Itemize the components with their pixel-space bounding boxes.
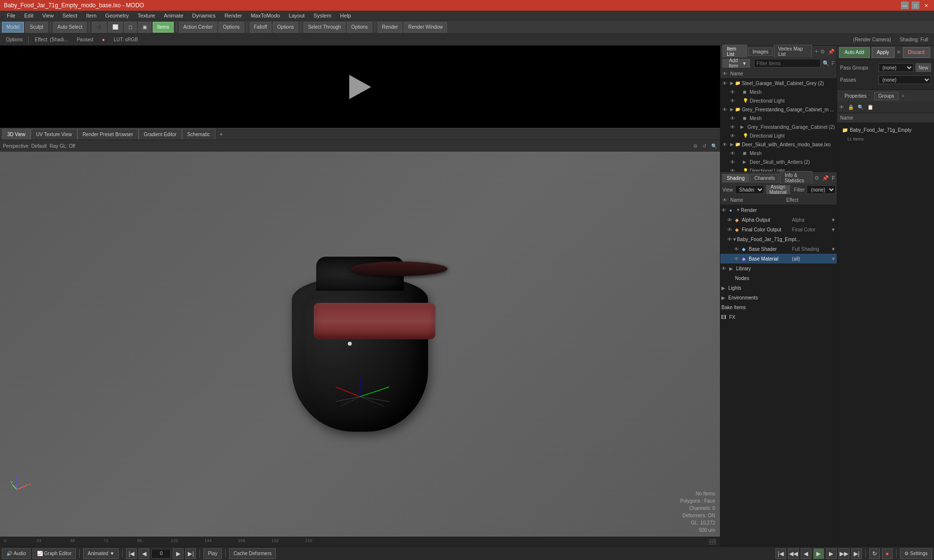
groups-content[interactable]: 📁 Baby_Food_Jar_71g_Empty 11 Items (837, 123, 934, 546)
sculpt-button[interactable]: Sculpt (25, 22, 48, 33)
eye-icon[interactable]: 👁 (734, 256, 742, 262)
menu-file[interactable]: File (3, 12, 19, 19)
shader-row[interactable]: 🎞 FX (720, 312, 837, 322)
play-btn-label[interactable]: Play (203, 548, 221, 559)
list-item[interactable]: 👁 ▶ 📁 Grey_Freestanding_Garage_Cabinet_m… (720, 105, 837, 114)
menu-edit[interactable]: Edit (20, 12, 37, 19)
filter-items-input[interactable] (754, 59, 821, 68)
shader-row[interactable]: 👁 ◆ Alpha Output Alpha ▼ (720, 215, 837, 225)
eye-icon[interactable]: 👁 (727, 237, 732, 242)
lut-display[interactable]: LUT: sRGB (111, 36, 141, 43)
menu-view[interactable]: View (38, 12, 58, 19)
effect-display[interactable]: Effect: (Shadi... (32, 36, 71, 43)
panel-pin-icon[interactable]: 📌 (828, 49, 835, 55)
effect-dropdown[interactable]: ▼ (831, 246, 836, 252)
options2-button[interactable]: Options (273, 22, 298, 33)
items-button[interactable]: Items (153, 22, 173, 33)
shader-row[interactable]: 👁 ◆ Final Color Output Final Color ▼ (720, 225, 837, 234)
transport-play[interactable]: ▶ (813, 548, 824, 559)
tab-channels[interactable]: Channels (750, 174, 779, 182)
menu-texture[interactable]: Texture (134, 12, 159, 19)
groups-icon-3[interactable]: 🔍 (858, 105, 863, 110)
shader-row-selected[interactable]: 👁 ◆ Base Material (all) ▼ (720, 254, 837, 263)
record-button[interactable]: ● (882, 548, 893, 559)
viewport-zoom-icon[interactable]: 🔍 (711, 143, 717, 149)
paused-indicator[interactable]: Paused (74, 36, 96, 43)
tab-3d-view[interactable]: 3D View (2, 129, 31, 140)
shader-tree-select[interactable]: Shader Tree (735, 185, 764, 194)
mode-icon-1[interactable]: ⬛ (92, 22, 107, 33)
list-item[interactable]: 👁 ◼ Mesh (720, 149, 837, 158)
auto-add-button[interactable]: Auto Add (839, 47, 870, 58)
apply-button[interactable]: Apply (872, 47, 895, 58)
options1-button[interactable]: Options (218, 22, 244, 33)
eye-icon[interactable]: 👁 (730, 116, 738, 121)
add-item-button[interactable]: Add Item ▼ (722, 59, 750, 68)
shading-f-icon[interactable]: F (832, 175, 835, 181)
mode-icon-4[interactable]: ▣ (138, 22, 151, 33)
eye-icon[interactable]: 👁 (730, 124, 736, 130)
menu-help[interactable]: Help (336, 12, 355, 19)
transport-2[interactable]: ◀◀ (788, 548, 799, 559)
list-item[interactable]: 👁 ◼ Mesh (720, 114, 837, 122)
tab-schematic[interactable]: Schematic (182, 129, 216, 140)
record-btn[interactable]: ● (99, 36, 108, 43)
filter-select[interactable]: (none) (807, 185, 836, 194)
toggle-icon[interactable]: ▶ (729, 266, 736, 271)
tab-properties[interactable]: Properties (840, 92, 871, 100)
eye-icon[interactable]: 👁 (727, 217, 735, 223)
preview-play-button[interactable] (345, 72, 375, 102)
shader-tree[interactable]: 👁 ● ▼ Render 👁 ◆ Alpha Output Alpha ▼ 👁 (720, 205, 837, 546)
shading-settings-icon[interactable]: ⚙ (814, 175, 819, 181)
transport-1[interactable]: |◀ (775, 548, 786, 559)
menu-maxtomode[interactable]: MaxToModo (247, 12, 284, 19)
effect-dropdown[interactable]: ▼ (831, 227, 836, 232)
scene-canvas[interactable]: X Y Z No Items Polygons : Face Channels:… (0, 152, 720, 537)
add-group-icon[interactable]: + (901, 93, 904, 99)
list-item[interactable]: 👁 💡 Directional Light (720, 131, 837, 140)
close-x[interactable]: ✕ (897, 49, 901, 55)
list-item[interactable]: 👁 ▶ Grey_Freestanding_Garage_Cabinet (2) (720, 122, 837, 131)
cache-deformers-button[interactable]: Cache Deformers (229, 548, 276, 559)
shader-row[interactable]: Bake Items (720, 302, 837, 312)
eye-icon[interactable]: 👁 (727, 227, 735, 232)
play-button[interactable]: ▶ (173, 548, 183, 559)
pass-groups-select[interactable]: (none) (879, 63, 914, 72)
next-frame-button[interactable]: ▶| (185, 548, 196, 559)
eye-icon[interactable]: 👁 (730, 133, 738, 139)
groups-icon-2[interactable]: 🔒 (848, 105, 854, 110)
shader-row[interactable]: 👁 ▶ Library (720, 263, 837, 273)
menu-system[interactable]: System (309, 12, 335, 19)
eye-icon[interactable]: 👁 (730, 168, 738, 172)
mode-icon-3[interactable]: ◻ (124, 22, 137, 33)
timeline-ruler[interactable]: 0 24 48 72 96 120 144 168 192 216 225 22… (0, 537, 720, 546)
filter-options-icon[interactable]: F (831, 60, 835, 66)
tree-toggle[interactable]: ▶ (730, 142, 735, 147)
tab-vertex-map[interactable]: Vertex Map List (774, 45, 812, 58)
tab-shading[interactable]: Shading (722, 174, 749, 182)
eye-icon[interactable]: 👁 (721, 266, 729, 271)
add-panel-tab[interactable]: + (815, 48, 818, 55)
toggle-icon[interactable]: ▼ (736, 208, 741, 212)
viewport-settings-icon[interactable]: ⚙ (693, 143, 698, 149)
groups-icon-4[interactable]: 📋 (867, 105, 873, 110)
menu-item[interactable]: Item (82, 12, 100, 19)
options3-button[interactable]: Options (347, 22, 372, 33)
item-list-content[interactable]: 👁 ▶ 📁 Steel_Garage_Wall_Cabinet_Grey (2)… (720, 79, 837, 172)
tab-uv-texture[interactable]: UV Texture View (31, 129, 77, 140)
minimize-button[interactable]: — (901, 1, 909, 9)
shader-row[interactable]: 👁 ◆ Base Shader Full Shading ▼ (720, 244, 837, 254)
list-item[interactable]: 👁 ▶ 📁 Deer_Skull_with_Antlers_modo_base.… (720, 140, 837, 149)
filter-search-icon[interactable]: 🔍 (823, 60, 829, 67)
tab-gradient[interactable]: Gradient Editor (139, 129, 182, 140)
eye-icon[interactable]: 👁 (722, 107, 730, 112)
options-label[interactable]: Options (3, 36, 25, 43)
list-item[interactable]: 👁 💡 Directional Light (720, 166, 837, 172)
audio-button[interactable]: 🔊 Audio (2, 548, 31, 559)
toggle-icon[interactable]: ▶ (721, 295, 728, 300)
tab-item-list[interactable]: Item List (722, 45, 747, 58)
tab-render-preset[interactable]: Render Preset Browser (77, 129, 139, 140)
eye-icon[interactable]: 👁 (730, 151, 738, 156)
eye-icon[interactable]: 👁 (721, 208, 729, 213)
viewport-reset-icon[interactable]: ↺ (702, 143, 706, 149)
